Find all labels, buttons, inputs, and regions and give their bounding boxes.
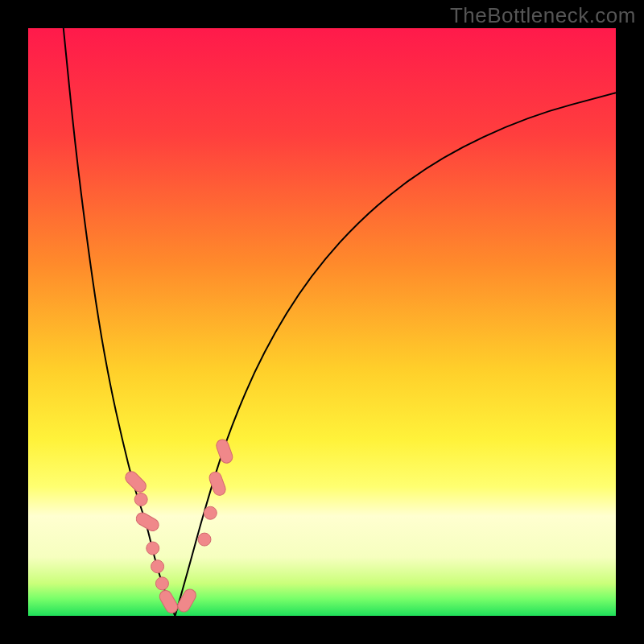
curve-marker <box>134 493 147 506</box>
curve-marker <box>147 542 159 555</box>
chart-frame: TheBottleneck.com <box>0 0 644 644</box>
curve-marker <box>204 506 217 519</box>
gradient-background <box>28 28 616 616</box>
curve-marker <box>198 533 211 546</box>
curve-marker <box>155 577 168 590</box>
curve-marker <box>151 560 164 573</box>
watermark-text: TheBottleneck.com <box>450 3 636 28</box>
plot-area <box>28 28 616 616</box>
chart-svg <box>28 28 616 616</box>
